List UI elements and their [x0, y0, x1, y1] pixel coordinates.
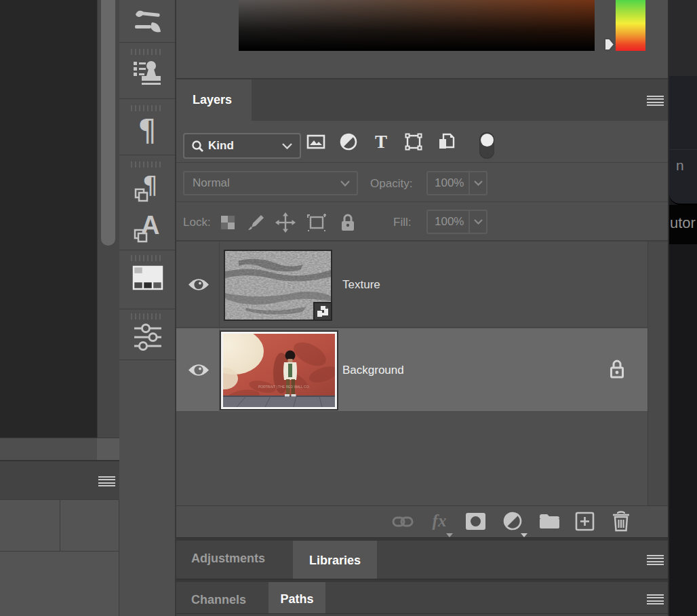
- layers-blend-bar: Normal Opacity: 100%: [176, 163, 668, 202]
- layers-panel-menu-icon[interactable]: [647, 96, 664, 106]
- delete-layer-icon[interactable]: [611, 511, 631, 533]
- smart-object-filter-icon[interactable]: [437, 132, 456, 151]
- lock-position-icon[interactable]: [275, 212, 296, 233]
- photoshop-workspace: ¶ ¶ A: [0, 0, 697, 616]
- filter-kind-label: Kind: [208, 139, 234, 153]
- dock-grip[interactable]: [131, 313, 163, 320]
- paths-panel-menu-icon[interactable]: [647, 594, 664, 604]
- paragraph-styles-icon[interactable]: ¶: [133, 170, 163, 203]
- lock-artboards-icon[interactable]: [306, 213, 327, 232]
- bottom-left-panel-menu-icon[interactable]: [98, 476, 115, 486]
- right-edge-backdrop: n utor: [668, 0, 697, 616]
- dock-grip[interactable]: [131, 255, 163, 261]
- type-layer-filter-icon[interactable]: T: [372, 132, 391, 151]
- smart-object-badge-icon: [313, 302, 332, 321]
- color-panel-area: [176, 0, 668, 79]
- color-saturation-field[interactable]: [239, 0, 595, 51]
- layer-list: Texture: [176, 242, 668, 505]
- canvas-scrollbar-thumb[interactable]: [101, 0, 115, 246]
- background-black-strip: utor: [669, 205, 697, 244]
- brushes-icon[interactable]: [132, 6, 162, 36]
- fill-label: Fill:: [393, 216, 411, 229]
- blend-mode-select[interactable]: Normal: [183, 171, 358, 195]
- lock-label: Lock:: [183, 216, 211, 229]
- visibility-eye-icon[interactable]: [187, 277, 210, 292]
- add-layer-mask-icon[interactable]: [465, 512, 486, 531]
- pixel-layer-filter-icon[interactable]: [306, 132, 325, 151]
- layer-row-texture[interactable]: Texture: [176, 242, 648, 328]
- layer-row-background[interactable]: PORTRAIT | THE RED WALL CO. Background: [176, 328, 648, 412]
- bottom-left-panel-header: [0, 460, 119, 499]
- dock-group: [119, 42, 175, 98]
- chevron-down-icon[interactable]: [470, 180, 486, 186]
- lock-transparent-pixels-icon[interactable]: [220, 214, 236, 231]
- opacity-label: Opacity:: [370, 177, 412, 191]
- lock-all-icon[interactable]: [339, 212, 357, 233]
- opacity-value-box[interactable]: 100%: [426, 171, 487, 195]
- dock-group: [119, 250, 175, 309]
- texture-layer-thumbnail[interactable]: [224, 250, 332, 321]
- bottom-left-panel-cell[interactable]: [60, 499, 119, 552]
- layers-panel: Layers Kind: [176, 79, 668, 537]
- window-text-fragment: utor: [670, 214, 696, 232]
- layer-effects-icon[interactable]: fx: [429, 510, 450, 532]
- layers-lock-bar: Lock: Fill: 100%: [176, 202, 668, 242]
- layers-footer-bar: fx: [176, 505, 668, 537]
- scrollbar-corner: [97, 438, 119, 460]
- panel-body-edge: [176, 613, 668, 616]
- properties-icon[interactable]: [132, 322, 163, 353]
- layer-list-scrollbar-gutter[interactable]: [648, 242, 668, 505]
- bottom-left-panel-cell[interactable]: [0, 552, 119, 616]
- eye-column-divider: [219, 328, 220, 412]
- channels-paths-panel-header: Channels Paths: [176, 582, 668, 613]
- chevron-down-icon[interactable]: [470, 219, 486, 225]
- blend-mode-value: Normal: [193, 176, 230, 190]
- swatches-icon[interactable]: [132, 265, 163, 291]
- eye-column-divider: [219, 242, 220, 328]
- document-canvas[interactable]: [0, 0, 97, 438]
- tab-paths[interactable]: Paths: [268, 582, 325, 616]
- new-layer-icon[interactable]: [575, 512, 595, 531]
- dock-group: ¶: [119, 98, 175, 155]
- tab-adjustments[interactable]: Adjustments: [191, 552, 265, 566]
- new-group-icon[interactable]: [539, 512, 560, 530]
- search-icon: [191, 140, 204, 153]
- visibility-eye-icon[interactable]: [187, 362, 210, 378]
- tab-layers[interactable]: Layers: [176, 79, 252, 121]
- layers-filter-bar: Kind T: [176, 121, 668, 163]
- paragraph-panel-icon[interactable]: ¶: [119, 111, 175, 149]
- tab-channels[interactable]: Channels: [191, 593, 246, 607]
- background-window-top: [669, 0, 697, 76]
- layer-name[interactable]: Texture: [342, 278, 380, 292]
- tab-libraries[interactable]: Libraries: [293, 541, 377, 580]
- libraries-panel-menu-icon[interactable]: [647, 555, 664, 565]
- window-inner-line: [669, 149, 697, 150]
- dock-grip[interactable]: [131, 49, 163, 55]
- clone-source-icon[interactable]: [132, 58, 163, 89]
- panel-column: Layers Kind: [176, 0, 668, 616]
- lock-image-pixels-icon[interactable]: [247, 213, 266, 232]
- link-layers-icon[interactable]: [392, 513, 414, 531]
- filter-kind-dropdown[interactable]: Kind: [183, 133, 301, 159]
- chevron-down-icon: [282, 143, 292, 149]
- new-adjustment-layer-icon[interactable]: [503, 512, 522, 531]
- dock-group: [119, 0, 175, 42]
- background-layer-thumbnail[interactable]: PORTRAIT | THE RED WALL CO.: [221, 332, 337, 409]
- adjustment-layer-filter-icon[interactable]: [339, 132, 358, 151]
- layer-name[interactable]: Background: [342, 364, 404, 377]
- adjustments-libraries-panel-header: Adjustments Libraries: [176, 541, 668, 579]
- shape-layer-filter-icon[interactable]: [404, 132, 423, 151]
- chevron-down-icon: [340, 180, 350, 187]
- bottom-left-panel-cell[interactable]: [0, 499, 60, 552]
- opacity-value: 100%: [435, 176, 464, 190]
- hue-slider-indicator-icon[interactable]: [603, 37, 616, 52]
- fill-value-box[interactable]: 100%: [426, 210, 487, 234]
- filter-toggle[interactable]: [479, 132, 494, 159]
- character-styles-icon[interactable]: A: [133, 210, 163, 244]
- collapsed-panel-dock: ¶ ¶ A: [119, 0, 176, 616]
- window-text-fragment: n: [676, 157, 684, 174]
- dock-grip[interactable]: [131, 161, 163, 168]
- hue-slider-bar[interactable]: [616, 0, 645, 51]
- dock-group: ¶ A: [119, 155, 175, 250]
- dock-grip[interactable]: [131, 105, 163, 111]
